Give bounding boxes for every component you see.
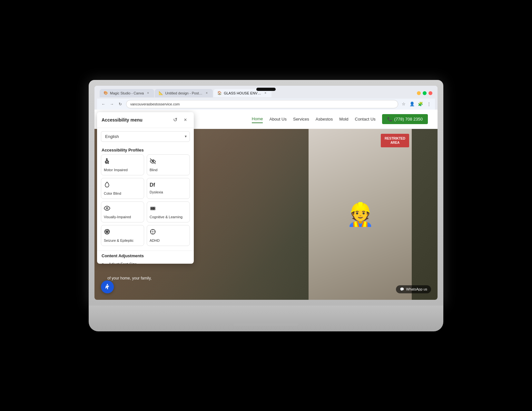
motor-impaired-icon [104, 158, 110, 166]
tab-canva[interactable]: 🎨 Magic Studio - Canva × [100, 89, 154, 97]
language-selector: English French Spanish ▾ [101, 131, 190, 142]
accessibility-panel: Accessibility menu ↺ × English French Sp… [97, 112, 194, 264]
window-controls [417, 91, 432, 95]
browser-actions: ☆ 👤 🧩 ⋮ [400, 101, 432, 108]
website-content: 🌿 Home About Us Services Asbestos Mold C… [94, 110, 438, 300]
minimize-button[interactable] [417, 91, 421, 95]
seizure-icon [104, 229, 110, 237]
whatsapp-label: WhatsApp us [406, 287, 427, 291]
tab-favicon-canva: 🎨 [103, 91, 108, 95]
panel-reset-button[interactable]: ↺ [171, 116, 179, 124]
content-adj-title: Content Adjustments [101, 251, 190, 260]
cognitive-learning-label: Cognitive & Learning [150, 215, 182, 219]
svg-point-1 [106, 158, 107, 159]
address-bar-row: ← → ↻ ☆ 👤 🧩 ⋮ [97, 99, 435, 110]
blind-icon [150, 158, 156, 166]
profile-motor-impaired[interactable]: Motor Impaired [101, 154, 144, 175]
adhd-label: ADHD [150, 239, 160, 242]
tab-title-design: Untitled design - Postcard (US) [165, 91, 202, 95]
hero-worker-figure: 👷 RESTRIKTEDAREA [309, 129, 412, 300]
motor-impaired-label: Motor Impaired [104, 168, 128, 172]
tab-favicon-glass: 🏠 [217, 91, 222, 95]
laptop-base [89, 306, 443, 331]
accessibility-icon [104, 283, 111, 290]
laptop: 🎨 Magic Studio - Canva × 📐 Untitled desi… [89, 80, 443, 331]
menu-icon[interactable]: ⋮ [425, 101, 432, 108]
panel-close-button[interactable]: × [182, 116, 189, 124]
svg-point-9 [153, 231, 153, 232]
adjust-font-label: Adjust Font Size [109, 262, 137, 264]
dyslexia-icon: Df [150, 181, 155, 188]
profile-dyslexia[interactable]: Df Dyslexia [147, 178, 190, 199]
profile-color-blind[interactable]: Color Blind [101, 178, 144, 199]
visually-impaired-label: Visually-Impaired [104, 215, 131, 219]
profile-seizure-epileptic[interactable]: Seizure & Epileptic [101, 225, 144, 246]
tab-title-glass: GLASS HOUSE ENVIRO... [224, 91, 261, 95]
hero-text: of your home, your family, [107, 276, 152, 280]
tabs-row: 🎨 Magic Studio - Canva × 📐 Untitled desi… [100, 89, 271, 97]
nav-services[interactable]: Services [293, 115, 309, 123]
phone-number: (778) 708 2350 [394, 117, 423, 122]
blind-label: Blind [150, 168, 157, 172]
nav-home[interactable]: Home [252, 115, 263, 123]
svg-point-0 [107, 284, 108, 285]
nav-buttons: ← → ↻ [100, 100, 124, 108]
color-blind-label: Color Blind [104, 191, 121, 195]
tab-design[interactable]: 📐 Untitled design - Postcard (US) × [155, 89, 213, 97]
language-select[interactable]: English French Spanish [101, 131, 190, 142]
tab-close-canva[interactable]: × [146, 91, 150, 95]
font-size-icon: T T [102, 261, 107, 264]
reload-button[interactable]: ↻ [116, 100, 124, 108]
restricted-sign: RESTRIKTEDAREA [381, 134, 409, 147]
profile-cognitive-learning[interactable]: Cognitive & Learning [147, 201, 190, 222]
svg-text:T: T [102, 262, 103, 263]
maximize-button[interactable] [423, 91, 427, 95]
bookmark-icon[interactable]: ☆ [400, 101, 407, 108]
panel-header: Accessibility menu ↺ × [97, 112, 194, 128]
tab-close-glass[interactable]: × [263, 91, 268, 95]
screen-bezel: 🎨 Magic Studio - Canva × 📐 Untitled desi… [94, 86, 438, 300]
nav-contact[interactable]: Contact Us [355, 115, 376, 123]
content-adjustments-section: Content Adjustments T T Adjust Font Size [97, 250, 194, 264]
tab-close-design[interactable]: × [204, 91, 209, 95]
panel-title: Accessibility menu [102, 117, 143, 122]
profiles-grid: Motor Impaired [97, 154, 194, 249]
cognitive-learning-icon [150, 205, 156, 213]
tab-favicon-design: 📐 [159, 91, 163, 95]
browser: 🎨 Magic Studio - Canva × 📐 Untitled desi… [94, 86, 438, 300]
panel-header-actions: ↺ × [171, 116, 189, 124]
tab-title-canva: Magic Studio - Canva [110, 91, 144, 95]
adjust-font-row: T T Adjust Font Size [101, 260, 190, 264]
phone-icon: 📞 [387, 117, 392, 122]
profile-icon[interactable]: 👤 [409, 101, 416, 108]
svg-point-6 [106, 207, 108, 209]
back-button[interactable]: ← [100, 100, 107, 108]
color-blind-icon [104, 181, 110, 190]
nav-mold[interactable]: Mold [339, 115, 348, 123]
address-bar[interactable] [126, 100, 398, 108]
whatsapp-button[interactable]: 💬 WhatsApp us [396, 285, 431, 293]
nav-asbestos[interactable]: Asbestos [316, 115, 333, 123]
accessibility-fab[interactable] [101, 280, 114, 293]
dyslexia-label: Dyslexia [150, 190, 163, 194]
nav-about[interactable]: About Us [269, 115, 286, 123]
profiles-section-title: Accessibility Profiles [97, 145, 194, 154]
profile-adhd[interactable]: ADHD [147, 225, 190, 246]
adhd-icon [150, 229, 156, 237]
seizure-label: Seizure & Epileptic [104, 239, 133, 242]
whatsapp-icon: 💬 [400, 287, 404, 291]
camera-notch [256, 88, 276, 91]
laptop-body: 🎨 Magic Studio - Canva × 📐 Untitled desi… [89, 80, 443, 306]
close-button[interactable] [429, 91, 432, 95]
forward-button[interactable]: → [108, 100, 116, 108]
profile-blind[interactable]: Blind [147, 154, 190, 175]
extensions-icon[interactable]: 🧩 [417, 101, 424, 108]
visually-impaired-icon [104, 205, 110, 213]
phone-button[interactable]: 📞 (778) 708 2350 [382, 114, 428, 124]
profile-visually-impaired[interactable]: Visually-Impaired [101, 201, 144, 222]
